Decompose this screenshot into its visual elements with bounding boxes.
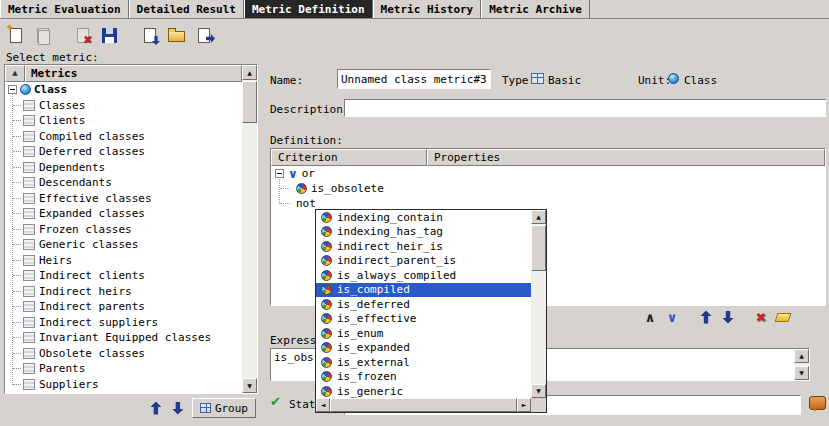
comment-icon[interactable]	[809, 396, 826, 410]
dropdown-item[interactable]: is_generic	[316, 384, 531, 398]
copy-metric-icon	[38, 30, 50, 45]
new-metric-button[interactable]: ✦	[4, 24, 27, 46]
import-metrics-button[interactable]	[138, 24, 161, 46]
tree-item[interactable]: Clients	[5, 113, 242, 129]
clear-definition-button[interactable]	[774, 308, 792, 326]
tab-label: Metric Archive	[489, 3, 582, 16]
tree-item[interactable]: Suppliers	[5, 377, 242, 393]
save-metric-button[interactable]	[98, 24, 121, 46]
tab-label: Metric History	[381, 3, 474, 16]
scroll-thumb[interactable]	[531, 225, 546, 271]
tree-item[interactable]: Classes	[5, 98, 242, 114]
dropdown-item[interactable]: is_always_compiled	[316, 268, 531, 283]
dropdown-hscrollbar[interactable]: ◄ ►	[316, 398, 531, 412]
tree-item-label: Deferred classes	[39, 145, 145, 158]
dropdown-item[interactable]: is_expanded	[316, 341, 531, 356]
group-button[interactable]: Group	[192, 398, 256, 418]
tree-item[interactable]: Indirect parents	[5, 299, 242, 315]
delete-metric-button[interactable]: ✖	[71, 24, 94, 46]
tab[interactable]: Metric Evaluation	[0, 0, 129, 18]
dropdown-item[interactable]: is_effective	[316, 312, 531, 327]
scroll-down-button[interactable]: ▼	[794, 366, 809, 380]
dropdown-item-label: indexing_has_tag	[337, 225, 443, 238]
tree-column-header[interactable]: ▲ Metrics	[5, 65, 242, 82]
scroll-up-button[interactable]: ▲	[794, 349, 809, 363]
or-operator-button[interactable]: ∨	[663, 308, 681, 326]
tree-line	[13, 151, 21, 152]
dropdown-item[interactable]: is_enum	[316, 326, 531, 341]
scroll-left-icon: ◄	[321, 402, 326, 408]
remove-criterion-button[interactable]: ✖	[752, 308, 770, 326]
tree-item[interactable]: Descendants	[5, 175, 242, 191]
move-metric-up-button[interactable]	[148, 400, 164, 416]
tree-item[interactable]: Parents	[5, 361, 242, 377]
move-metric-down-button[interactable]	[170, 400, 186, 416]
tree-item-label: Classes	[39, 99, 85, 112]
tree-item-label: Expanded classes	[39, 207, 145, 220]
tree-item[interactable]: Invariant Equipped classes	[5, 330, 242, 346]
dropdown-item[interactable]: is_frozen	[316, 370, 531, 385]
scroll-thumb[interactable]	[242, 81, 257, 123]
column-header-properties[interactable]: Properties	[427, 149, 825, 166]
scroll-up-icon: ▲	[536, 214, 541, 220]
dropdown-item[interactable]: is_external	[316, 355, 531, 370]
dropdown-item[interactable]: indirect_parent_is	[316, 254, 531, 269]
tree-item[interactable]: Obsolete classes	[5, 346, 242, 362]
tree-item[interactable]: Indirect suppliers	[5, 315, 242, 331]
scroll-up-button[interactable]: ▲	[242, 65, 257, 80]
scroll-down-button[interactable]: ▼	[242, 378, 257, 393]
tree-item[interactable]: Indirect heirs	[5, 284, 242, 300]
dropdown-item[interactable]: indexing_contain	[316, 210, 531, 225]
export-metrics-button[interactable]	[192, 24, 215, 46]
criterion-icon	[321, 357, 332, 368]
name-input[interactable]	[337, 69, 491, 89]
tree-item[interactable]: Generic classes	[5, 237, 242, 253]
tree-item[interactable]: Effective classes	[5, 191, 242, 207]
scroll-up-button[interactable]: ▲	[531, 210, 546, 224]
expression-scrollbar[interactable]: ▲ ▼	[794, 349, 809, 380]
tree-item-label: Invariant Equipped classes	[39, 331, 211, 344]
open-metric-file-button[interactable]	[165, 24, 188, 46]
tree-item[interactable]: Frozen classes	[5, 222, 242, 238]
tree-footer: Group	[4, 397, 258, 419]
criterion-dropdown-list: indexing_contain indexing_has_tag indire…	[316, 210, 531, 398]
tab[interactable]: Detailed Result	[129, 0, 244, 18]
scroll-right-button[interactable]: ►	[517, 398, 531, 412]
scroll-thumb[interactable]	[330, 398, 517, 412]
dropdown-item[interactable]: is_deferred	[316, 297, 531, 312]
import-icon	[144, 28, 156, 43]
metric-icon	[23, 270, 35, 281]
sort-asc-icon[interactable]: ▲	[5, 65, 25, 82]
tab[interactable]: Metric Definition	[244, 0, 373, 18]
criterion-row-is-obsolete[interactable]: is_obsolete	[271, 181, 825, 196]
dropdown-item[interactable]: is_compiled	[316, 283, 531, 298]
tree-item[interactable]: Deferred classes	[5, 144, 242, 160]
tree-scrollbar[interactable]: ▲ ▼	[242, 65, 257, 393]
scroll-left-button[interactable]: ◄	[316, 398, 330, 412]
dropdown-item[interactable]: indirect_heir_is	[316, 239, 531, 254]
tab[interactable]: Metric Archive	[481, 0, 590, 18]
tree-item[interactable]: Heirs	[5, 253, 242, 269]
tree-header-label[interactable]: Metrics	[25, 65, 242, 82]
criterion-table-header: Criterion Properties	[271, 149, 825, 166]
tree-line	[13, 105, 21, 106]
dropdown-item-label: indirect_heir_is	[337, 240, 443, 253]
scroll-down-button[interactable]: ▼	[531, 384, 546, 398]
tree-item[interactable]: Compiled classes	[5, 129, 242, 145]
dropdown-item[interactable]: indexing_has_tag	[316, 225, 531, 240]
tab[interactable]: Metric History	[373, 0, 482, 18]
metric-icon	[23, 317, 35, 328]
dropdown-vscrollbar[interactable]: ▲ ▼	[531, 210, 546, 398]
tree-item[interactable]: Dependents	[5, 160, 242, 176]
move-criterion-up-button[interactable]	[697, 308, 715, 326]
copy-metric-button[interactable]	[31, 24, 54, 46]
criterion-row-or[interactable]: ∨ or	[271, 166, 825, 181]
tree-item[interactable]: Indirect clients	[5, 268, 242, 284]
metric-icon	[23, 162, 35, 173]
column-header-criterion[interactable]: Criterion	[271, 149, 427, 166]
move-criterion-down-button[interactable]	[719, 308, 737, 326]
and-operator-button[interactable]: ∧	[641, 308, 659, 326]
tree-item[interactable]: Expanded classes	[5, 206, 242, 222]
description-input[interactable]	[344, 99, 826, 117]
tree-item-class[interactable]: Class	[5, 82, 242, 98]
